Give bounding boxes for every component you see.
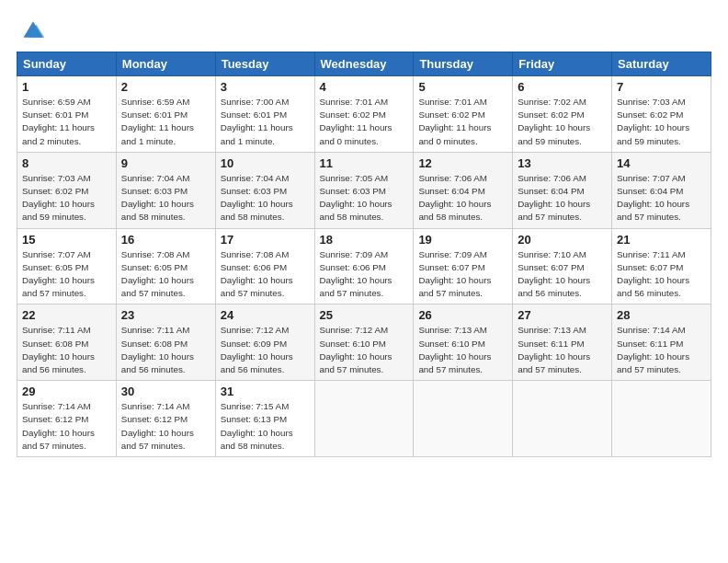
day-number: 21 — [617, 233, 706, 247]
calendar-cell: 20 Sunrise: 7:10 AMSunset: 6:07 PMDaylig… — [513, 228, 612, 304]
day-number: 23 — [121, 308, 210, 322]
calendar-header-sunday: Sunday — [17, 52, 117, 76]
day-info: Sunrise: 7:11 AMSunset: 6:07 PMDaylight:… — [617, 249, 689, 299]
day-number: 3 — [221, 80, 310, 94]
day-number: 7 — [617, 80, 706, 94]
day-number: 17 — [221, 233, 310, 247]
calendar-cell — [513, 381, 612, 457]
calendar-cell: 26 Sunrise: 7:13 AMSunset: 6:10 PMDaylig… — [414, 304, 513, 381]
day-info: Sunrise: 7:13 AMSunset: 6:11 PMDaylight:… — [518, 325, 590, 374]
day-number: 6 — [518, 80, 607, 94]
day-number: 19 — [418, 233, 507, 247]
day-info: Sunrise: 7:04 AMSunset: 6:03 PMDaylight:… — [221, 173, 293, 223]
calendar-header-saturday: Saturday — [612, 52, 711, 76]
day-info: Sunrise: 7:07 AMSunset: 6:04 PMDaylight:… — [617, 173, 689, 223]
calendar-cell — [414, 381, 513, 457]
day-number: 5 — [418, 80, 507, 94]
calendar-cell: 27 Sunrise: 7:13 AMSunset: 6:11 PMDaylig… — [513, 304, 612, 381]
calendar-cell: 16 Sunrise: 7:08 AMSunset: 6:05 PMDaylig… — [116, 228, 215, 304]
calendar-cell: 17 Sunrise: 7:08 AMSunset: 6:06 PMDaylig… — [215, 228, 314, 304]
calendar-cell: 24 Sunrise: 7:12 AMSunset: 6:09 PMDaylig… — [215, 304, 314, 381]
calendar-week-1: 1 Sunrise: 6:59 AMSunset: 6:01 PMDayligh… — [17, 76, 711, 153]
calendar-header-wednesday: Wednesday — [314, 52, 414, 76]
calendar-week-4: 22 Sunrise: 7:11 AMSunset: 6:08 PMDaylig… — [17, 304, 711, 381]
day-number: 31 — [221, 385, 310, 398]
day-number: 11 — [320, 156, 409, 170]
day-number: 24 — [221, 308, 310, 322]
day-info: Sunrise: 7:14 AMSunset: 6:12 PMDaylight:… — [121, 401, 194, 451]
day-number: 10 — [221, 156, 310, 170]
calendar-cell: 15 Sunrise: 7:07 AMSunset: 6:05 PMDaylig… — [17, 228, 117, 304]
day-info: Sunrise: 6:59 AMSunset: 6:01 PMDaylight:… — [121, 97, 194, 146]
day-number: 26 — [418, 308, 507, 322]
calendar-cell: 6 Sunrise: 7:02 AMSunset: 6:02 PMDayligh… — [513, 76, 612, 153]
day-info: Sunrise: 7:14 AMSunset: 6:11 PMDaylight:… — [617, 325, 689, 374]
day-number: 25 — [320, 308, 409, 322]
day-number: 27 — [518, 308, 607, 322]
calendar-header-row: SundayMondayTuesdayWednesdayThursdayFrid… — [17, 52, 711, 76]
calendar-cell: 7 Sunrise: 7:03 AMSunset: 6:02 PMDayligh… — [612, 76, 711, 153]
calendar-cell: 25 Sunrise: 7:12 AMSunset: 6:10 PMDaylig… — [314, 304, 414, 381]
day-info: Sunrise: 7:09 AMSunset: 6:06 PMDaylight:… — [320, 249, 392, 299]
calendar-table: SundayMondayTuesdayWednesdayThursdayFrid… — [17, 52, 711, 457]
calendar-cell: 14 Sunrise: 7:07 AMSunset: 6:04 PMDaylig… — [612, 152, 711, 228]
day-number: 30 — [121, 385, 210, 398]
day-info: Sunrise: 7:01 AMSunset: 6:02 PMDaylight:… — [418, 97, 491, 146]
day-number: 13 — [518, 156, 607, 170]
calendar-header-tuesday: Tuesday — [215, 52, 314, 76]
day-info: Sunrise: 7:06 AMSunset: 6:04 PMDaylight:… — [418, 173, 491, 223]
calendar-week-3: 15 Sunrise: 7:07 AMSunset: 6:05 PMDaylig… — [17, 228, 711, 304]
calendar-cell: 23 Sunrise: 7:11 AMSunset: 6:08 PMDaylig… — [116, 304, 215, 381]
day-info: Sunrise: 7:12 AMSunset: 6:09 PMDaylight:… — [221, 325, 293, 374]
header — [17, 17, 711, 42]
calendar-cell: 29 Sunrise: 7:14 AMSunset: 6:12 PMDaylig… — [17, 381, 117, 457]
calendar-cell: 19 Sunrise: 7:09 AMSunset: 6:07 PMDaylig… — [414, 228, 513, 304]
calendar-cell: 1 Sunrise: 6:59 AMSunset: 6:01 PMDayligh… — [17, 76, 117, 153]
day-info: Sunrise: 7:06 AMSunset: 6:04 PMDaylight:… — [518, 173, 590, 223]
calendar-cell — [314, 381, 414, 457]
calendar-cell: 2 Sunrise: 6:59 AMSunset: 6:01 PMDayligh… — [116, 76, 215, 153]
day-number: 22 — [22, 308, 111, 322]
day-info: Sunrise: 7:14 AMSunset: 6:12 PMDaylight:… — [22, 401, 95, 451]
day-number: 18 — [320, 233, 409, 247]
day-info: Sunrise: 7:04 AMSunset: 6:03 PMDaylight:… — [121, 173, 194, 223]
day-info: Sunrise: 7:02 AMSunset: 6:02 PMDaylight:… — [518, 97, 590, 146]
calendar-cell: 18 Sunrise: 7:09 AMSunset: 6:06 PMDaylig… — [314, 228, 414, 304]
day-number: 1 — [22, 80, 111, 94]
day-number: 2 — [121, 80, 210, 94]
logo — [17, 20, 46, 42]
day-info: Sunrise: 7:03 AMSunset: 6:02 PMDaylight:… — [617, 97, 689, 146]
day-info: Sunrise: 6:59 AMSunset: 6:01 PMDaylight:… — [22, 97, 95, 146]
calendar-cell: 31 Sunrise: 7:15 AMSunset: 6:13 PMDaylig… — [215, 381, 314, 457]
day-info: Sunrise: 7:08 AMSunset: 6:06 PMDaylight:… — [221, 249, 293, 299]
calendar-cell: 21 Sunrise: 7:11 AMSunset: 6:07 PMDaylig… — [612, 228, 711, 304]
calendar-cell: 11 Sunrise: 7:05 AMSunset: 6:03 PMDaylig… — [314, 152, 414, 228]
day-info: Sunrise: 7:05 AMSunset: 6:03 PMDaylight:… — [320, 173, 392, 223]
calendar-cell: 28 Sunrise: 7:14 AMSunset: 6:11 PMDaylig… — [612, 304, 711, 381]
day-number: 28 — [617, 308, 706, 322]
day-number: 12 — [418, 156, 507, 170]
day-info: Sunrise: 7:10 AMSunset: 6:07 PMDaylight:… — [518, 249, 590, 299]
calendar-cell: 4 Sunrise: 7:01 AMSunset: 6:02 PMDayligh… — [314, 76, 414, 153]
day-number: 29 — [22, 385, 111, 398]
calendar-header-thursday: Thursday — [414, 52, 513, 76]
calendar-cell: 30 Sunrise: 7:14 AMSunset: 6:12 PMDaylig… — [116, 381, 215, 457]
day-number: 9 — [121, 156, 210, 170]
day-number: 4 — [320, 80, 409, 94]
day-info: Sunrise: 7:01 AMSunset: 6:02 PMDaylight:… — [320, 97, 392, 146]
day-info: Sunrise: 7:08 AMSunset: 6:05 PMDaylight:… — [121, 249, 194, 299]
day-info: Sunrise: 7:11 AMSunset: 6:08 PMDaylight:… — [121, 325, 194, 374]
calendar-cell: 12 Sunrise: 7:06 AMSunset: 6:04 PMDaylig… — [414, 152, 513, 228]
calendar-header-monday: Monday — [116, 52, 215, 76]
logo-icon — [20, 17, 46, 42]
day-info: Sunrise: 7:09 AMSunset: 6:07 PMDaylight:… — [418, 249, 491, 299]
day-number: 20 — [518, 233, 607, 247]
day-info: Sunrise: 7:07 AMSunset: 6:05 PMDaylight:… — [22, 249, 95, 299]
day-info: Sunrise: 7:15 AMSunset: 6:13 PMDaylight:… — [221, 401, 293, 451]
page: SundayMondayTuesdayWednesdayThursdayFrid… — [0, 0, 728, 468]
calendar-header-friday: Friday — [513, 52, 612, 76]
calendar-cell: 8 Sunrise: 7:03 AMSunset: 6:02 PMDayligh… — [17, 152, 117, 228]
calendar-cell: 10 Sunrise: 7:04 AMSunset: 6:03 PMDaylig… — [215, 152, 314, 228]
day-number: 16 — [121, 233, 210, 247]
day-number: 8 — [22, 156, 111, 170]
